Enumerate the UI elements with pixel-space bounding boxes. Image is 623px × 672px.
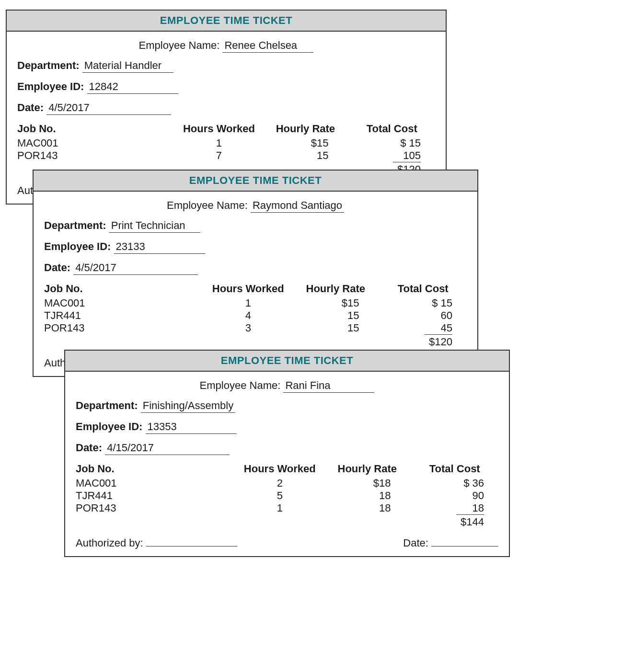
employee-id-value: 13353 [146,421,237,434]
time-ticket-3: EMPLOYEE TIME TICKET Employee Name: Rani… [64,350,510,557]
col-total-cost: Total Cost [349,123,435,135]
cell-hours: 3 [205,322,292,334]
cell-cost: 18 [411,502,498,514]
table-row: MAC001 2 $18 $ 36 [76,477,498,490]
jobs-total-row: $144 [76,514,498,528]
ticket-title: EMPLOYEE TIME TICKET [65,351,509,372]
department-label: Department: [44,219,106,231]
employee-id-row: Employee ID: 23133 [44,240,467,254]
cell-rate: $15 [292,297,379,309]
department-value: Print Technician [109,219,200,233]
cell-job: POR143 [17,149,176,162]
employee-name-row: Employee Name: Renee Chelsea [17,39,435,53]
table-row: POR143 3 15 45 [44,322,467,334]
authorized-by-line [146,537,237,547]
time-ticket-2: EMPLOYEE TIME TICKET Employee Name: Raym… [33,170,478,377]
cell-rate: 15 [292,309,379,322]
employee-name-label: Employee Name: [139,39,220,51]
date-row: Date: 4/15/2017 [76,442,498,455]
col-job-no: Job No. [17,123,176,135]
col-hours-worked: Hours Worked [205,283,292,295]
table-row: TJR441 5 18 90 [76,490,498,502]
ticket-body: Employee Name: Raymond Santiago Departme… [34,192,477,376]
col-hourly-rate: Hourly Rate [292,283,379,295]
department-value: Finishing/Assembly [141,399,236,413]
date-label: Date: [44,262,70,273]
date-label: Date: [17,102,44,114]
employee-name-value: Renee Chelsea [222,39,313,53]
authorized-by-label: Authorized by: [76,537,143,549]
cell-cost: 60 [380,309,467,322]
jobs-total-row: $120 [44,334,467,348]
cell-hours: 5 [236,490,323,502]
employee-id-value: 23133 [114,240,205,254]
date-row: Date: 4/5/2017 [44,262,467,275]
employee-name-value: Rani Fina [283,379,374,393]
cell-hours: 4 [205,309,292,322]
jobs-header-row: Job No. Hours Worked Hourly Rate Total C… [17,123,435,135]
employee-name-row: Employee Name: Raymond Santiago [44,199,467,213]
department-row: Department: Material Handler [17,59,435,73]
cell-job: POR143 [76,502,236,514]
cell-hours: 7 [176,149,262,162]
auth-date-group: Date: [403,537,498,549]
cell-job: TJR441 [76,490,236,502]
cell-hours: 1 [205,297,292,309]
cell-job: MAC001 [17,137,176,149]
cell-rate: 18 [323,490,411,502]
cell-rate: $18 [323,477,411,490]
jobs-header-row: Job No. Hours Worked Hourly Rate Total C… [44,283,467,295]
col-job-no: Job No. [76,463,236,475]
cell-cost: 45 [380,322,467,334]
date-value: 4/5/2017 [46,102,171,115]
department-row: Department: Print Technician [44,219,467,233]
table-row: MAC001 1 $15 $ 15 [17,137,435,149]
col-job-no: Job No. [44,283,205,295]
table-row: POR143 7 15 105 [17,149,435,162]
table-row: MAC001 1 $15 $ 15 [44,297,467,309]
ticket-title: EMPLOYEE TIME TICKET [34,171,477,192]
ticket-title: EMPLOYEE TIME TICKET [7,11,446,32]
cell-job: POR143 [44,322,205,334]
col-hourly-rate: Hourly Rate [262,123,348,135]
date-value: 4/15/2017 [105,442,230,455]
cell-cost: 90 [411,490,498,502]
cell-cost: $ 15 [349,137,435,149]
date-value: 4/5/2017 [73,262,198,275]
jobs-header-row: Job No. Hours Worked Hourly Rate Total C… [76,463,498,475]
cell-rate: 15 [292,322,379,334]
col-hourly-rate: Hourly Rate [323,463,411,475]
auth-date-label: Date: [403,537,428,549]
jobs-table: Job No. Hours Worked Hourly Rate Total C… [44,283,467,348]
cell-hours: 1 [236,502,323,514]
department-label: Department: [17,59,80,71]
employee-name-label: Employee Name: [200,379,281,391]
col-total-cost: Total Cost [411,463,498,475]
authorization-row: Authorized by: Date: [76,537,498,549]
table-row: POR143 1 18 18 [76,502,498,514]
jobs-table: Job No. Hours Worked Hourly Rate Total C… [76,463,498,528]
cell-job: MAC001 [44,297,205,309]
employee-name-label: Employee Name: [167,199,248,211]
cell-job: TJR441 [44,309,205,322]
ticket-body: Employee Name: Rani Fina Department: Fin… [65,372,509,556]
employee-name-value: Raymond Santiago [251,199,344,213]
col-hours-worked: Hours Worked [176,123,262,135]
cell-cost: $ 36 [411,477,498,490]
cell-rate: 18 [323,502,411,514]
table-row: TJR441 4 15 60 [44,309,467,322]
jobs-table: Job No. Hours Worked Hourly Rate Total C… [17,123,435,176]
department-label: Department: [76,399,138,411]
date-label: Date: [76,442,102,454]
employee-id-value: 12842 [87,80,178,94]
employee-id-row: Employee ID: 13353 [76,421,498,434]
auth-date-line [431,537,498,547]
cell-job: MAC001 [76,477,236,490]
department-row: Department: Finishing/Assembly [76,399,498,413]
total-cost-value: $120 [425,334,452,348]
employee-id-label: Employee ID: [17,80,84,92]
authorized-by-group: Authorized by: [76,537,237,549]
employee-name-row: Employee Name: Rani Fina [76,379,498,393]
employee-id-row: Employee ID: 12842 [17,80,435,94]
date-row: Date: 4/5/2017 [17,102,435,115]
